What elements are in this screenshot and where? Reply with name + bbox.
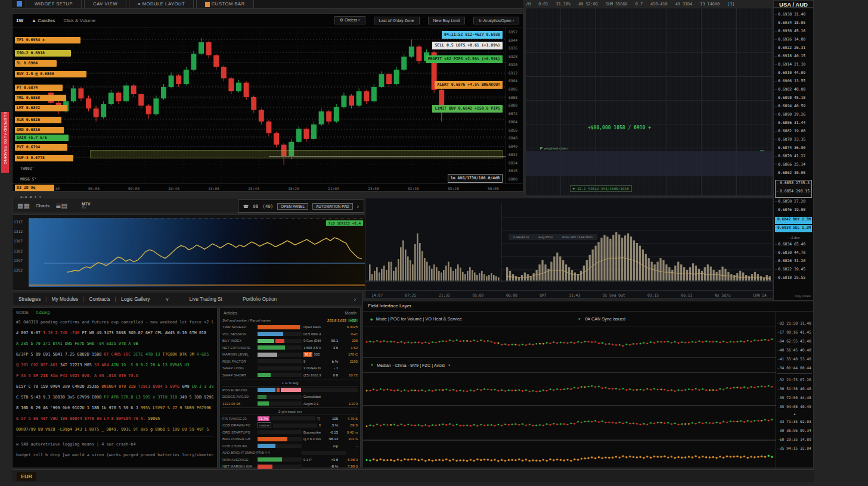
tab-strategies[interactable]: Strategies bbox=[18, 296, 41, 302]
tab-my-modules[interactable]: My Modules bbox=[52, 296, 79, 302]
order-label[interactable]: SELL 0.5 LOTS +0.61 (+1.89%) bbox=[432, 42, 503, 49]
highlighted-price-row[interactable]: 0.6842 BUY 2.5M bbox=[775, 217, 812, 224]
signal-strip-3[interactable] bbox=[363, 406, 776, 440]
stats-indicator[interactable]: [3] bbox=[727, 2, 734, 7]
price-tag[interactable]: PT 0.6874 bbox=[15, 85, 63, 91]
dropdown-triangle-icon[interactable]: ▼ bbox=[448, 363, 451, 367]
ladder-row[interactable]: –0.6818 25.55 bbox=[774, 275, 813, 284]
candlestick-chart[interactable]: TP1 0.6934 xISO-2 0.6918SL 0.6904BUY 2.5… bbox=[13, 27, 523, 183]
order-label[interactable]: 1m AVG/1730/180.0/4dB bbox=[448, 174, 503, 183]
series-type[interactable]: ▲ Candles bbox=[32, 18, 55, 23]
price-tag[interactable]: TP1 0.6934 x bbox=[15, 37, 80, 43]
ladder-row[interactable]: –0.6822 39.45 bbox=[774, 267, 813, 275]
tab-contracts[interactable]: Contracts bbox=[89, 296, 110, 302]
price-tag[interactable]: LMT 0.6842 bbox=[15, 105, 67, 111]
ladder-row[interactable]: –0.6898 45.18 bbox=[774, 95, 813, 104]
ladder-row[interactable]: –0.6882 19.08 bbox=[774, 129, 813, 137]
price-tag[interactable]: ALR 0.6826 bbox=[15, 117, 61, 123]
spark-dot bbox=[688, 342, 690, 344]
ladder-row[interactable]: –0.6874 36.90 bbox=[774, 145, 813, 154]
list-view-icon[interactable]: ≣▤ bbox=[55, 202, 67, 209]
price-tag[interactable]: BUY 2.5 @ 0.6890 bbox=[15, 71, 86, 77]
price-tag[interactable]: ISO-2 0.6918 bbox=[15, 50, 71, 57]
ladder-row[interactable]: –0.6834 65.40 bbox=[774, 242, 813, 250]
price-tag[interactable]: SL 0.6904 bbox=[15, 60, 57, 67]
gauge-header-left[interactable]: Articles bbox=[224, 311, 237, 315]
tab-logic-gallery[interactable]: Logic Gallery bbox=[121, 296, 150, 302]
price-tag[interactable]: SUP-3 0.6778 bbox=[15, 155, 73, 161]
price-tag[interactable]: GAIN +5.7 6/6 bbox=[15, 135, 69, 141]
ladder-row[interactable]: –0.6926 14.80 bbox=[774, 37, 813, 45]
gauge-row-label: ORD STARTUPS bbox=[222, 431, 256, 434]
ladder-row[interactable]: –0.6894 40.59 bbox=[774, 104, 813, 112]
ladder-row[interactable]: –0.6886 31.44 bbox=[774, 120, 813, 129]
yield-line-chart[interactable]: YLD SERIES +8.4 bbox=[29, 218, 365, 287]
highlighted-price-row[interactable]: 0.6838 SEL 1.2M bbox=[775, 225, 812, 232]
gauge-header-right[interactable]: Month bbox=[345, 311, 356, 315]
tick-dash: – bbox=[776, 426, 780, 435]
tabbar-chevron-icon[interactable]: › bbox=[354, 296, 356, 303]
order-label[interactable]: 04:11:52 812-4627 0.6938 bbox=[442, 31, 503, 39]
orders-button[interactable]: ⚙ Orders › bbox=[334, 16, 365, 24]
volume-chart[interactable]: u Head tuAvg POuPrev 4Pt 1144 Mdn bbox=[365, 198, 773, 290]
charts-button[interactable]: Charts bbox=[36, 203, 50, 208]
dropdown-chevron-icon[interactable]: ∨ bbox=[166, 296, 169, 302]
top-tab-custom-bar[interactable]: CUSTOM BAR bbox=[196, 0, 254, 8]
ladder-row[interactable]: –0.6862 30.08 bbox=[774, 170, 813, 179]
analytics-open-button[interactable]: In Analytics/Open › bbox=[473, 17, 519, 24]
top-tab-module-layout[interactable]: ≡ MODULE LAYOUT bbox=[129, 0, 194, 8]
signal-strip-1[interactable] bbox=[363, 326, 776, 358]
order-label[interactable]: ALERT 0.6876 +4.5% BREAKOUT bbox=[435, 81, 503, 89]
portfolio-option-tab[interactable]: Portfolio Option bbox=[243, 296, 277, 302]
timeframe-selector[interactable]: 1W bbox=[16, 18, 23, 23]
ladder-row[interactable]: –0.6934 18.05 bbox=[774, 20, 813, 29]
toolbar-chevron-icon[interactable]: › bbox=[357, 203, 359, 210]
ladder-row[interactable]: –0.6902 48.08 bbox=[774, 87, 813, 95]
m-t-v-toggle[interactable]: MTV 7ts bbox=[82, 202, 91, 210]
price-tag[interactable]: PVT 0.6794 bbox=[15, 144, 67, 151]
log-line: Q 391 C92 80T-A01 34T 12273 M05 53 A84 A… bbox=[16, 360, 213, 370]
signal-strip-2[interactable] bbox=[363, 372, 776, 406]
open-panel-button[interactable]: OPEN PANEL bbox=[277, 203, 308, 210]
ladder-row[interactable]: –0.6890 29.26 bbox=[774, 112, 813, 120]
ladder-row[interactable]: –0.6858 2735.4 bbox=[776, 180, 811, 189]
ladder-row[interactable]: –0.6914 21.10 bbox=[774, 62, 813, 70]
ladder-row[interactable]: –0.6826 31.20 bbox=[774, 258, 813, 267]
automation-pad-button[interactable]: AUTOMATION PAD bbox=[312, 203, 353, 210]
time-axis[interactable]: 03:1005:0609:0010:4013:0615:4518:2021:05… bbox=[13, 183, 523, 193]
ladder-row[interactable]: –0.6930 45.16 bbox=[774, 29, 813, 37]
candle bbox=[71, 88, 76, 101]
price-scale[interactable]: 6952694469366928692069126904689668886880… bbox=[506, 27, 523, 183]
ladder-row[interactable]: –0.6922 26.31 bbox=[774, 45, 813, 54]
top-tab-cav-view[interactable]: CAV VIEW bbox=[84, 0, 126, 8]
signal-filter-2[interactable]: ▼ Median · China · 9/79 | FZC | Avoid ▼ bbox=[363, 358, 776, 372]
ladder-row[interactable]: –0.6854 298.15 bbox=[776, 189, 811, 197]
ladder-row[interactable]: –0.6906 13.55 bbox=[774, 79, 813, 87]
app-icon[interactable] bbox=[17, 1, 22, 7]
ladder-row[interactable]: –0.6918 40.15 bbox=[774, 54, 813, 62]
price-tag[interactable]: GRD 0.6810 bbox=[15, 127, 64, 133]
order-label[interactable]: PROFIT +82 PIPS +2.59% (+0.59k) bbox=[426, 55, 503, 63]
price-tag[interactable]: O3 2D 9q bbox=[15, 185, 54, 191]
signal-filter-1-right[interactable]: ▼ 0# CAN Sync Issued bbox=[578, 316, 625, 322]
ladder-row[interactable]: –0.6846 19.08 bbox=[774, 207, 813, 216]
ladder-row[interactable]: –0.6870 41.22 bbox=[774, 154, 813, 162]
ladder-row[interactable]: –0.6850 27.20 bbox=[774, 199, 813, 207]
grid-view-icon[interactable]: ▦▦ bbox=[17, 202, 30, 209]
macro-chart[interactable]: ◤ weighted chain +$80,000 1058 / 6910 + … bbox=[525, 8, 773, 197]
signal-filter-1[interactable]: ◆ Mode | POC for Volume | VO Heat & Serv… bbox=[363, 311, 776, 326]
order-label[interactable]: LIMIT BUY 0.6842 +150.8 PIPS bbox=[432, 105, 503, 113]
ladder-row[interactable]: –0.6938 31.48 bbox=[774, 12, 813, 20]
suspend-banner[interactable]: SUSPEND AUTO-TRADING bbox=[1, 112, 9, 173]
price-tag[interactable]: TRL 0.6858 bbox=[15, 95, 66, 101]
new-buy-limit-button[interactable]: New Buy Limit bbox=[428, 17, 466, 24]
top-tab-widget-setup[interactable]: WIDGET SETUP bbox=[26, 0, 82, 8]
live-trading-tab[interactable]: Live Trading St bbox=[190, 296, 222, 302]
ladder-row[interactable]: –0.6830 44.70 bbox=[774, 250, 813, 258]
orders-zone-button[interactable]: Last of O'day Zone bbox=[374, 17, 420, 24]
ladder-row[interactable]: –0.6910 44.09 bbox=[774, 70, 813, 79]
log-lines[interactable]: #1 040310 pending confirms and futures e… bbox=[16, 317, 213, 460]
status-badge[interactable]: EUR bbox=[17, 472, 36, 481]
ladder-row[interactable]: –0.6866 25.14 bbox=[774, 162, 813, 170]
ladder-row[interactable]: –0.6878 23.35 bbox=[774, 137, 813, 145]
